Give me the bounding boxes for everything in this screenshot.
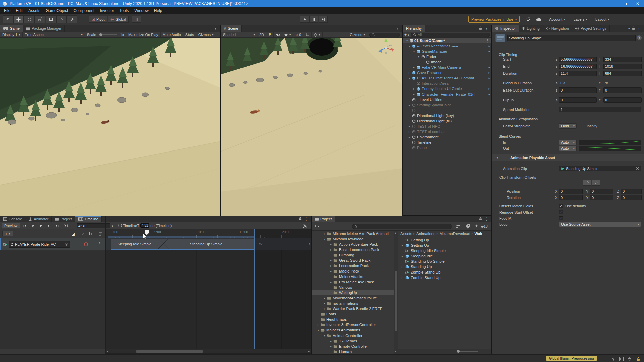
project-tree-item[interactable]: ▸Mixamo Melee Axe Pack Animati [312, 231, 394, 236]
foldout-arrow-icon[interactable]: ▸ [400, 244, 405, 247]
timeline-hscrollbar[interactable]: ◂ ▸ [105, 349, 311, 354]
add-track-button[interactable]: +▾ [2, 231, 13, 236]
project-file-item[interactable]: ▸Zombie Stand Up [398, 275, 491, 280]
grid-snap-button[interactable] [132, 16, 141, 23]
start-frames-field[interactable]: 334 [603, 57, 642, 62]
foldout-arrow-icon[interactable]: ▸ [400, 276, 405, 279]
project-tree-item[interactable]: ▸Locomotion Pack [312, 263, 394, 268]
hierarchy-item[interactable]: Plane [403, 145, 491, 150]
foldout-arrow-icon[interactable]: ▸ [407, 71, 411, 74]
layers-dropdown[interactable]: Layers▾ [571, 16, 590, 23]
prefab-expand-chevron-icon[interactable]: ▸ [488, 50, 490, 53]
foldout-arrow-icon[interactable]: ▾ [316, 329, 320, 332]
project-tree-item[interactable]: ▸Basic Locomotion Pack [312, 247, 394, 252]
inspector-menu-icon[interactable]: ⋮ [637, 26, 641, 31]
hierarchy-item[interactable]: -------------------- [403, 108, 491, 113]
breadcrumb-item[interactable]: Wak [474, 232, 482, 236]
gi-preprocessing-badge[interactable]: Global Illumi...Preprocessing [546, 356, 597, 361]
scene-grid-toggle[interactable] [303, 32, 312, 37]
end-seconds-field[interactable]: 16.9666666666667 [559, 64, 597, 69]
ease-out-frames-field[interactable]: 0 [603, 87, 642, 93]
clip-in-frames-field[interactable]: 0 [603, 97, 642, 103]
project-tree-item[interactable]: ▸Empty Controller [312, 344, 394, 349]
close-button[interactable]: ✕ [631, 0, 644, 7]
goto-end-button[interactable] [53, 223, 61, 228]
prefab-expand-chevron-icon[interactable]: ▸ [488, 71, 490, 74]
project-tree-item[interactable]: Fonts [312, 311, 394, 317]
clip-in-seconds-field[interactable]: 0 [559, 97, 597, 103]
foldout-arrow-icon[interactable]: ▾ [417, 55, 421, 58]
project-file-item[interactable]: ▸Standing Up [398, 264, 491, 269]
hierarchy-item[interactable]: Timeline [403, 140, 491, 145]
lane-scroll-chevron-icon[interactable]: ▸ [309, 242, 311, 245]
object-picker-icon[interactable] [636, 167, 639, 171]
project-tree-item[interactable]: ▸Warrior Pack Bundle 2 FREE [312, 306, 394, 311]
tab-game[interactable]: Game [0, 25, 23, 32]
foldout-arrow-icon[interactable]: ▸ [407, 125, 411, 128]
pivot-toggle-button[interactable]: Pivot [89, 16, 107, 23]
scene-panel-menu-icon[interactable]: ⋮ [395, 26, 399, 31]
project-tree-item[interactable]: ▸rpg animations [312, 301, 394, 306]
tab-project[interactable]: Project [312, 216, 335, 222]
hierarchy-search-input[interactable]: All [411, 33, 490, 37]
hierarchy-item[interactable]: --Level Utilities ------ [403, 97, 491, 102]
pause-button[interactable] [309, 16, 318, 23]
move-tool-button[interactable] [13, 15, 24, 23]
account-dropdown[interactable]: Account▾ [547, 16, 568, 23]
hierarchy-item[interactable]: Interaction Area [403, 81, 491, 86]
curve-out-field[interactable] [579, 146, 641, 151]
preview-toggle-button[interactable]: Preview [2, 223, 20, 228]
foldout-arrow-icon[interactable]: ▸ [412, 66, 416, 69]
next-frame-button[interactable] [45, 223, 53, 228]
play-button[interactable] [300, 16, 309, 23]
project-search-input[interactable] [352, 224, 452, 229]
restore-button[interactable] [620, 0, 631, 7]
tab-lighting[interactable]: Lighting [519, 25, 543, 32]
game-panel-menu-icon[interactable]: ⋮ [214, 26, 218, 31]
scroll-right-arrow-icon[interactable]: ▸ [308, 350, 310, 353]
hierarchy-item[interactable]: ▾Fader [403, 54, 491, 59]
object-picker-icon[interactable] [65, 242, 68, 247]
cloud-button[interactable] [536, 17, 542, 21]
global-toggle-button[interactable]: Global [108, 16, 129, 23]
breadcrumb-item[interactable]: MixamoDownload [439, 232, 470, 236]
edit-mode-mix-icon[interactable] [79, 231, 84, 237]
project-lock-icon[interactable] [479, 216, 482, 222]
scale-slider-knob[interactable] [99, 33, 102, 36]
tab-animator[interactable]: Animator [25, 216, 52, 222]
hierarchy-item[interactable]: ▸Fake VR Main Camera▸ [403, 65, 491, 70]
time-field-caret-icon[interactable]: ▾ [112, 224, 113, 228]
menu-item-help[interactable]: Help [151, 7, 165, 14]
project-tree-item[interactable]: Climbing [312, 252, 394, 258]
tab-timeline[interactable]: Timeline [75, 216, 102, 222]
menu-item-gameobject[interactable]: GameObject [43, 7, 71, 14]
hierarchy-item[interactable]: Directional Light (fill) [403, 118, 491, 124]
project-file-item[interactable]: Sleeping Idle Simple [398, 248, 491, 253]
foldout-arrow-icon[interactable]: ▸ [329, 270, 333, 273]
scene-gizmos-dropdown[interactable]: Gizmos▾ [347, 32, 367, 37]
play-range-button[interactable] [61, 223, 70, 228]
position-x-field[interactable]: 0 [559, 189, 583, 194]
duration-seconds-field[interactable]: 11.4 [559, 71, 597, 76]
status-layers-icon[interactable] [627, 356, 632, 362]
project-tree-item[interactable]: Human [312, 349, 394, 354]
tab-scene[interactable]: # Scene [221, 25, 241, 32]
foldout-arrow-icon[interactable]: ▸ [407, 130, 411, 133]
hierarchy-item[interactable]: ▾GameManager▸ [403, 49, 491, 54]
foldout-arrow-icon[interactable]: ▸ [329, 340, 333, 343]
project-tree-item[interactable]: ▸Pro Melee Axe Pack [312, 279, 394, 285]
hierarchy-item[interactable]: ▾-- Level Necessities -----▸ [403, 43, 491, 49]
rotate-tool-button[interactable] [24, 15, 35, 23]
layout-dropdown[interactable]: Layout▾ [593, 16, 612, 23]
position-y-field[interactable]: 0 [590, 189, 613, 194]
hidden-packages-count[interactable]: ø18 [481, 224, 488, 228]
project-file-item[interactable]: Zombie Stand Up [398, 269, 491, 275]
project-file-item[interactable]: Standing Up Simple [398, 259, 491, 264]
tab-inspector[interactable]: Inspector [492, 25, 519, 32]
scene-snap-icon-button[interactable]: ▾ [312, 32, 323, 37]
project-tree-item[interactable]: ▸Action Adventure Pack [312, 242, 394, 247]
status-lock-icon[interactable] [637, 356, 640, 362]
hierarchy-item[interactable]: Directional Light (key) [403, 113, 491, 118]
status-activity-icon[interactable] [611, 356, 615, 362]
custom-tool-button[interactable] [67, 15, 77, 23]
